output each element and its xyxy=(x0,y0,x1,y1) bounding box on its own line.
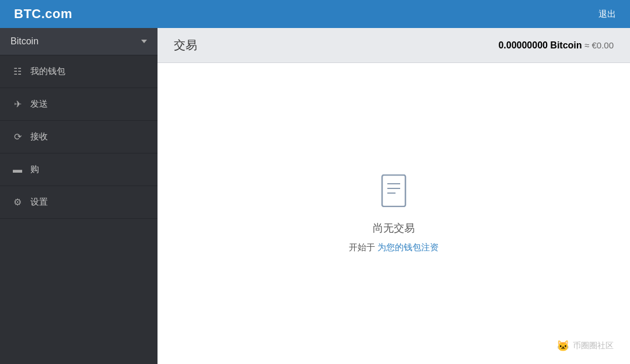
watermark-icon: 🐱 xyxy=(556,340,569,352)
sidebar-label-buy: 购 xyxy=(30,164,39,175)
balance-amount: 0.00000000 Bitcoin xyxy=(498,40,582,50)
sidebar-item-buy[interactable]: ▬ 购 xyxy=(0,153,158,186)
sidebar-item-settings[interactable]: ⚙ 设置 xyxy=(0,186,158,219)
sidebar-label-receive: 接收 xyxy=(30,131,48,142)
sidebar-label-wallet: 我的钱包 xyxy=(30,66,65,77)
balance-display: 0.00000000 Bitcoin ≈ €0.00 xyxy=(498,40,614,51)
no-transactions-text: 尚无交易 xyxy=(373,221,415,235)
watermark-text: 币圈圈社区 xyxy=(573,341,614,351)
sidebar-item-send[interactable]: ✈ 发送 xyxy=(0,88,158,121)
app-header: BTC.com 退出 xyxy=(0,0,630,28)
wallet-icon: ☷ xyxy=(12,66,23,77)
svg-rect-0 xyxy=(382,175,405,206)
app-body: Bitcoin ☷ 我的钱包 ✈ 发送 ⟳ 接收 ▬ 购 ⚙ 设置 xyxy=(0,28,630,364)
main-content: 交易 0.00000000 Bitcoin ≈ €0.00 尚无交易 开始于 为… xyxy=(158,28,630,364)
send-icon: ✈ xyxy=(12,99,23,110)
receive-icon: ⟳ xyxy=(12,131,23,142)
sidebar-item-receive[interactable]: ⟳ 接收 xyxy=(0,121,158,153)
logout-button[interactable]: 退出 xyxy=(598,9,616,20)
sidebar-nav: ☷ 我的钱包 ✈ 发送 ⟳ 接收 ▬ 购 ⚙ 设置 xyxy=(0,55,158,219)
balance-fiat: €0.00 xyxy=(592,40,614,50)
settings-icon: ⚙ xyxy=(12,197,23,208)
empty-action-prompt: 开始于 为您的钱包注资 xyxy=(349,242,439,253)
transactions-area: 尚无交易 开始于 为您的钱包注资 🐱 币圈圈社区 xyxy=(158,63,630,364)
chevron-down-icon xyxy=(141,40,147,43)
app-logo: BTC.com xyxy=(14,6,72,22)
watermark: 🐱 币圈圈社区 xyxy=(556,340,614,352)
page-title: 交易 xyxy=(174,37,197,53)
empty-transactions-icon xyxy=(379,174,408,212)
sidebar-label-send: 发送 xyxy=(30,99,48,110)
sidebar-label-settings: 设置 xyxy=(30,197,48,208)
fund-wallet-link[interactable]: 为您的钱包注资 xyxy=(377,242,439,252)
sidebar: Bitcoin ☷ 我的钱包 ✈ 发送 ⟳ 接收 ▬ 购 ⚙ 设置 xyxy=(0,28,158,364)
currency-label: Bitcoin xyxy=(10,36,38,47)
sidebar-item-wallet[interactable]: ☷ 我的钱包 xyxy=(0,55,158,88)
currency-selector[interactable]: Bitcoin xyxy=(0,28,158,55)
balance-approx: ≈ xyxy=(584,40,592,50)
buy-icon: ▬ xyxy=(12,164,23,175)
main-header-bar: 交易 0.00000000 Bitcoin ≈ €0.00 xyxy=(158,28,630,63)
empty-prompt-text: 开始于 xyxy=(349,242,377,252)
